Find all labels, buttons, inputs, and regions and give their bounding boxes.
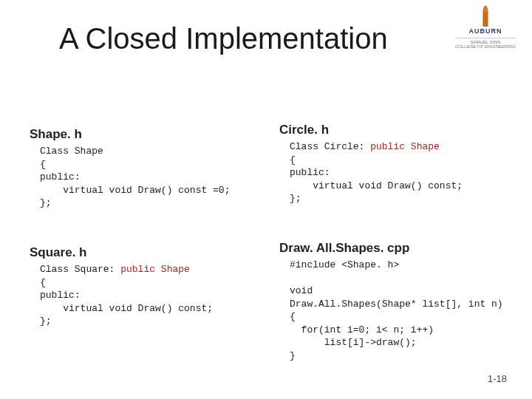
auburn-logo: AUBURN SAMUEL GINN COLLEGE OF ENGINEERIN… [455, 6, 516, 50]
keyword-public-shape: public Shape [120, 264, 190, 275]
logo-name: AUBURN [455, 28, 516, 35]
slide-title: A Closed Implementation [59, 22, 388, 55]
code-shape: Class Shape { public: virtual void Draw(… [40, 145, 266, 210]
block-draw-cpp: Draw. All.Shapes. cpp #include <Shape. h… [279, 241, 531, 362]
keyword-public-shape: public Shape [370, 141, 440, 152]
page-number: 1-18 [488, 373, 507, 384]
code-square: Class Square: public Shape { public: vir… [40, 263, 266, 328]
code-circle: Class Circle: public Shape { public: vir… [290, 140, 516, 205]
logo-sub: SAMUEL GINN COLLEGE OF ENGINEERING [455, 38, 516, 50]
tower-icon [479, 6, 492, 27]
slide: A Closed Implementation AUBURN SAMUEL GI… [0, 0, 532, 399]
block-square-h: Square. h Class Square: public Shape { p… [30, 245, 266, 328]
block-title-circle: Circle. h [279, 123, 516, 137]
block-shape-h: Shape. h Class Shape { public: virtual v… [30, 127, 266, 210]
block-title-draw: Draw. All.Shapes. cpp [279, 241, 531, 256]
code-draw: #include <Shape. h> void Draw.All.Shapes… [290, 259, 531, 362]
block-circle-h: Circle. h Class Circle: public Shape { p… [279, 123, 516, 205]
block-title-square: Square. h [30, 245, 266, 260]
block-title-shape: Shape. h [30, 127, 266, 142]
